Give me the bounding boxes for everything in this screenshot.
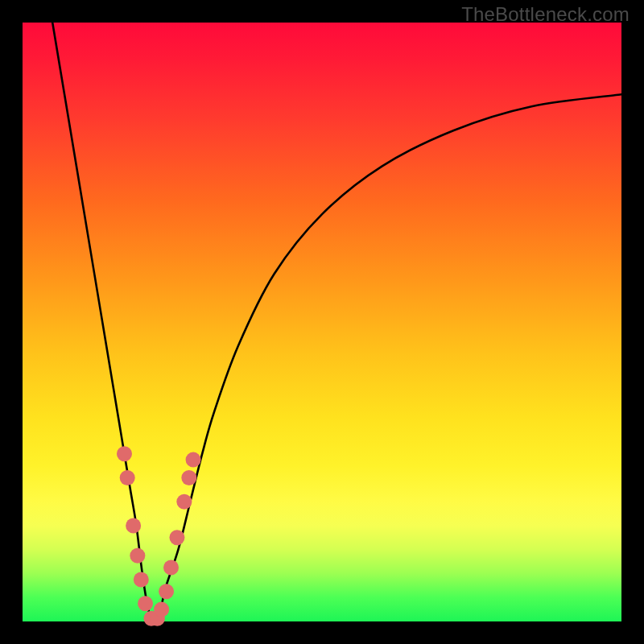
marker-dot [117,446,132,461]
marker-dot [130,548,145,564]
marker-dot [169,530,184,545]
chart-svg [23,23,621,621]
curve-markers [117,446,201,626]
marker-dot [138,596,153,611]
marker-dot [186,452,201,468]
marker-dot [163,560,179,576]
marker-dot [120,470,135,485]
marker-dot [159,584,174,599]
plot-area [23,23,621,621]
marker-dot [154,602,169,617]
marker-dot [126,518,141,533]
watermark-text: TheBottleneck.com [461,3,630,26]
marker-dot [181,470,196,485]
marker-dot [176,494,192,510]
marker-dot [134,572,149,587]
chart-frame: TheBottleneck.com [0,0,644,644]
